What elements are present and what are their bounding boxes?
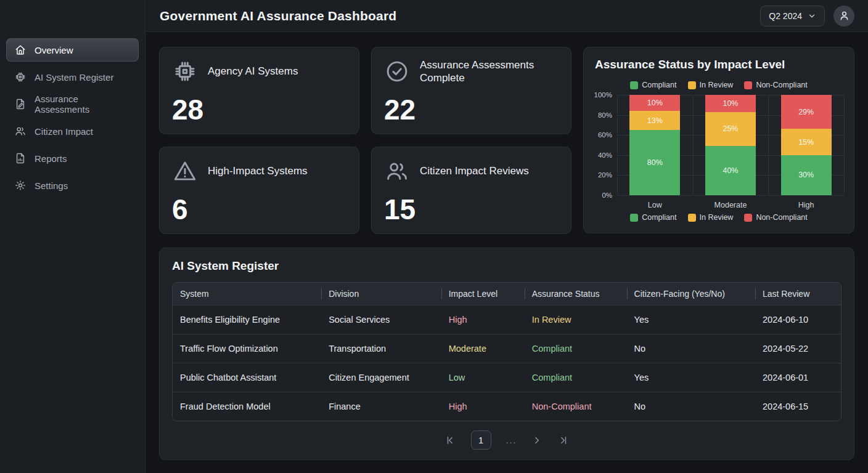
sidebar: OverviewAI System RegisterAssurance Asse…: [0, 0, 145, 473]
bar-segment-in-review: 13%: [629, 111, 680, 130]
chart-legend-top: CompliantIn ReviewNon-Compliant: [584, 81, 854, 89]
legend-swatch-compliant: [630, 214, 638, 222]
column-header-impact-level: Impact Level: [441, 283, 525, 305]
cell-impact-level: High: [441, 305, 525, 334]
document-edit-icon: [14, 98, 27, 110]
table-body: Benefits Eligibility EngineSocial Servic…: [173, 305, 841, 421]
report-icon: [14, 152, 27, 164]
cell-impact-level: Moderate: [441, 334, 525, 363]
cell-citizen-facing: Yes: [627, 305, 755, 334]
check-circle-icon: [384, 59, 410, 84]
stat-label: Agency AI Systems: [208, 65, 298, 78]
users-icon: [384, 158, 410, 184]
bar-segment-non-compliant: 29%: [781, 95, 832, 129]
sidebar-item-assurance-assessments[interactable]: Assurance Assessments: [6, 92, 139, 116]
sidebar-item-label: AI System Register: [35, 72, 113, 83]
table-title: AI System Register: [160, 248, 854, 273]
chip-icon: [14, 71, 27, 83]
chip-icon: [172, 59, 198, 84]
table-card: AI System Register SystemDivisionImpact …: [159, 248, 854, 460]
sidebar-item-ai-system-register[interactable]: AI System Register: [6, 65, 139, 89]
sidebar-item-label: Reports: [35, 153, 67, 164]
table-row[interactable]: Fraud Detection ModelFinanceHighNon-Comp…: [173, 392, 841, 421]
bar-segment-non-compliant: 10%: [629, 95, 680, 111]
legend-item-in-review: In Review: [688, 81, 734, 89]
legend-label: Compliant: [642, 213, 676, 222]
cell-assurance-status: Compliant: [525, 363, 627, 392]
stat-card-agency-ai-systems: Agency AI Systems28: [159, 47, 359, 134]
sidebar-item-label: Assurance Assessments: [35, 94, 131, 115]
bar-segment-value: 29%: [798, 108, 814, 116]
sidebar-item-settings[interactable]: Settings: [6, 174, 139, 197]
table-row[interactable]: Public Chatbot AssistantCitizen Engageme…: [173, 363, 841, 392]
cell-last-review: 2024-06-10: [755, 305, 841, 334]
cell-citizen-facing: No: [627, 334, 755, 363]
legend-item-compliant: Compliant: [630, 213, 676, 222]
bar-segment-value: 30%: [798, 171, 814, 179]
sidebar-item-label: Settings: [35, 180, 68, 191]
legend-swatch-compliant: [630, 81, 638, 89]
column-header-last-review: Last Review: [755, 283, 841, 305]
table-row[interactable]: Benefits Eligibility EngineSocial Servic…: [173, 305, 841, 334]
bar-high: 29%15%30%: [768, 95, 844, 195]
x-tick-label: Low: [617, 201, 693, 209]
legend-swatch-non-compliant: [744, 81, 752, 89]
column-header-system: System: [173, 283, 321, 305]
sidebar-item-reports[interactable]: Reports: [6, 147, 139, 170]
cell-division: Social Services: [321, 305, 441, 334]
chart-legend-bottom: CompliantIn ReviewNon-Compliant: [584, 213, 854, 222]
pagination-ellipsis[interactable]: ...: [506, 435, 517, 445]
cell-assurance-status: Compliant: [525, 334, 627, 363]
cell-system: Benefits Eligibility Engine: [173, 305, 321, 334]
legend-item-non-compliant: Non-Compliant: [744, 213, 807, 222]
legend-item-in-review: In Review: [688, 213, 734, 222]
legend-label: Non-Compliant: [756, 81, 807, 89]
stat-card-citizen-impact-reviews: Citizen Impact Reviews15: [371, 147, 571, 234]
home-icon: [14, 44, 27, 56]
bar-segment-value: 40%: [723, 166, 738, 175]
last-page-icon[interactable]: [557, 435, 568, 446]
column-header-citizen-facing-yes-no: Citizen-Facing (Yes/No): [627, 283, 755, 305]
stat-card-header: Citizen Impact Reviews: [384, 158, 559, 184]
pagination: 1 ...: [160, 431, 854, 450]
stat-card-high-impact-systems: High-Impact Systems6: [159, 147, 359, 234]
bar-segment-non-compliant: 10%: [705, 95, 756, 112]
cell-last-review: 2024-06-01: [755, 363, 841, 392]
stat-value: 6: [172, 195, 346, 224]
sidebar-item-citizen-impact[interactable]: Citizen Impact: [6, 119, 139, 143]
stat-value: 28: [172, 95, 346, 124]
legend-label: In Review: [700, 81, 734, 89]
bar-moderate: 10%25%40%: [693, 95, 769, 195]
avatar[interactable]: [833, 6, 854, 26]
period-selector[interactable]: Q2 2024: [760, 6, 825, 26]
page-1-button[interactable]: 1: [471, 431, 491, 450]
y-tick-label: 20%: [585, 171, 612, 179]
table-row[interactable]: Traffic Flow OptimizationTransportationM…: [173, 334, 841, 363]
column-header-assurance-status: Assurance Status: [525, 283, 627, 305]
first-page-icon[interactable]: [445, 435, 456, 446]
stat-card-header: Agency AI Systems: [172, 59, 346, 84]
stat-card-assurance-assessments-complete: Assurance Assessments Complete22: [371, 47, 571, 134]
cell-division: Citizen Engagement: [321, 363, 441, 392]
gear-icon: [14, 179, 27, 192]
bar-segment-value: 10%: [647, 99, 663, 107]
legend-item-compliant: Compliant: [630, 81, 676, 89]
cell-system: Traffic Flow Optimization: [173, 334, 321, 363]
cell-system: Public Chatbot Assistant: [173, 363, 321, 392]
legend-label: Compliant: [642, 81, 676, 89]
bar-segment-value: 80%: [647, 158, 663, 167]
legend-label: In Review: [700, 213, 734, 222]
stat-card-header: Assurance Assessments Complete: [384, 59, 559, 85]
sidebar-item-overview[interactable]: Overview: [6, 38, 139, 62]
next-page-icon[interactable]: [531, 435, 542, 446]
cell-assurance-status: Non-Compliant: [525, 392, 627, 421]
stacked-bar: 29%15%30%: [781, 95, 832, 195]
bar-segment-value: 10%: [723, 99, 738, 108]
y-tick-label: 40%: [585, 152, 612, 159]
stat-label: Citizen Impact Reviews: [420, 164, 529, 177]
cell-system: Fraud Detection Model: [173, 392, 321, 421]
sidebar-item-label: Overview: [35, 45, 73, 55]
y-tick-label: 60%: [585, 131, 612, 139]
chevron-down-icon: [808, 12, 816, 20]
users-icon: [14, 125, 27, 137]
